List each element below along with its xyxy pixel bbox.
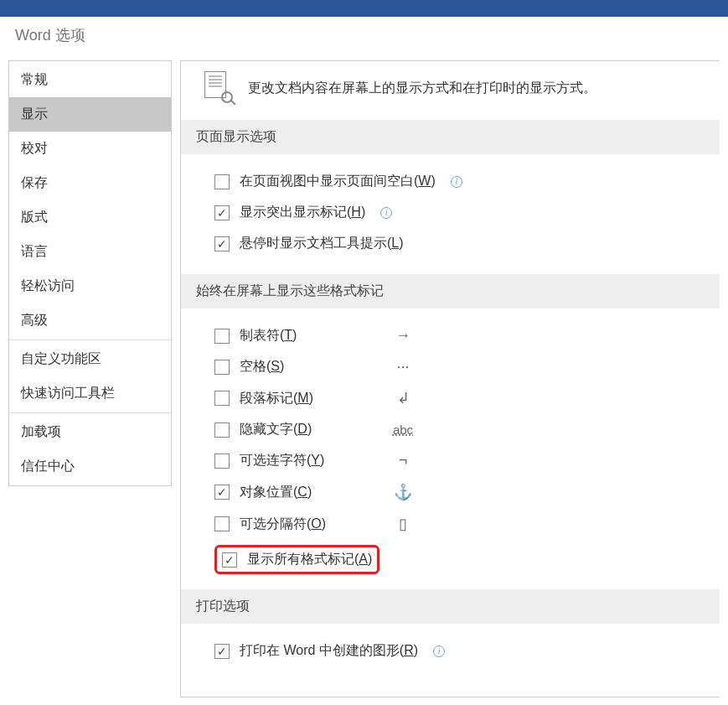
sidebar-item-10[interactable]: 加载项 [9, 415, 171, 449]
format-mark-0-checkbox[interactable] [214, 329, 230, 344]
show-all-marks-highlight: ✓显示所有格式标记(A) [214, 545, 379, 574]
sidebar-item-7[interactable]: 高级 [9, 303, 171, 338]
sidebar-item-6[interactable]: 轻松访问 [9, 269, 171, 303]
page-display-1-label: 显示突出显示标记(H) [240, 204, 365, 221]
options-sidebar: 常规显示校对保存版式语言轻松访问高级自定义功能区快速访问工具栏加载项信任中心 [8, 60, 172, 486]
format-mark-option: 隐藏文字(D)abc [214, 414, 694, 445]
sidebar-item-4[interactable]: 版式 [9, 200, 171, 235]
format-mark-3-label: 隐藏文字(D) [240, 421, 390, 438]
section-header-print: 打印选项 [181, 589, 720, 624]
format-mark-2-label: 段落标记(M) [240, 390, 390, 407]
print-0-label: 打印在 Word 中创建的图形(R) [240, 642, 418, 660]
info-icon[interactable]: i [380, 207, 392, 219]
format-mark-1-checkbox[interactable] [214, 360, 230, 375]
format-mark-5-label: 对象位置(C) [240, 484, 390, 501]
sidebar-separator [9, 412, 171, 413]
sidebar-item-1[interactable]: 显示 [9, 97, 171, 132]
info-icon[interactable]: i [433, 645, 445, 657]
page-display-0-checkbox[interactable] [214, 174, 230, 189]
format-mark-symbol: ¬ [390, 452, 416, 469]
format-mark-option: 空格(S)··· [214, 351, 694, 382]
format-mark-symbol: ⚓ [390, 483, 416, 501]
print-option: ✓打印在 Word 中创建的图形(R)i [214, 635, 694, 666]
format-mark-4-checkbox[interactable] [214, 454, 230, 469]
format-mark-4-label: 可选连字符(Y) [240, 452, 390, 469]
page-display-option: 在页面视图中显示页面间空白(W)i [214, 166, 694, 197]
section-header-page-display: 页面显示选项 [181, 120, 720, 154]
format-mark-1-label: 空格(S) [240, 358, 390, 376]
sidebar-item-9[interactable]: 快速访问工具栏 [9, 376, 171, 411]
page-display-2-label: 悬停时显示文档工具提示(L) [240, 235, 404, 252]
format-mark-symbol: abc [390, 422, 416, 437]
sidebar-item-11[interactable]: 信任中心 [9, 449, 171, 484]
print-0-checkbox[interactable]: ✓ [214, 644, 230, 659]
format-mark-symbol: → [390, 327, 416, 345]
show-all-marks-checkbox[interactable]: ✓ [222, 552, 237, 568]
page-display-0-label: 在页面视图中显示页面间空白(W) [240, 173, 436, 190]
format-mark-option: 可选分隔符(O)▯ [214, 508, 694, 540]
document-preview-icon [201, 71, 235, 105]
options-content: 更改文档内容在屏幕上的显示方式和在打印时的显示方式。 页面显示选项 在页面视图中… [180, 60, 720, 697]
page-display-2-checkbox[interactable]: ✓ [214, 236, 230, 251]
section-header-format-marks: 始终在屏幕上显示这些格式标记 [181, 274, 720, 308]
info-icon[interactable]: i [451, 176, 462, 188]
page-display-option: ✓悬停时显示文档工具提示(L) [214, 228, 694, 259]
dialog-title: Word 选项 [0, 17, 728, 60]
format-mark-3-checkbox[interactable] [214, 422, 230, 438]
sidebar-item-3[interactable]: 保存 [9, 166, 171, 200]
format-mark-option: ✓对象位置(C)⚓ [214, 476, 694, 508]
sidebar-item-5[interactable]: 语言 [9, 235, 171, 269]
format-mark-symbol: ▯ [390, 515, 416, 533]
format-mark-option: 可选连字符(Y)¬ [214, 445, 694, 476]
page-display-1-checkbox[interactable]: ✓ [214, 205, 230, 220]
section-description: 更改文档内容在屏幕上的显示方式和在打印时的显示方式。 [248, 80, 596, 97]
format-mark-symbol: ↲ [390, 389, 416, 407]
page-display-option: ✓显示突出显示标记(H)i [214, 197, 694, 228]
show-all-marks-label: 显示所有格式标记(A) [247, 551, 372, 568]
sidebar-item-8[interactable]: 自定义功能区 [9, 342, 171, 376]
sidebar-separator [9, 340, 171, 340]
format-mark-0-label: 制表符(T) [240, 327, 390, 345]
format-mark-6-checkbox[interactable] [214, 516, 230, 531]
format-mark-symbol: ··· [390, 358, 416, 376]
sidebar-item-0[interactable]: 常规 [9, 63, 171, 97]
format-mark-option: 制表符(T)→ [214, 320, 694, 351]
format-mark-5-checkbox[interactable]: ✓ [214, 485, 230, 500]
sidebar-item-2[interactable]: 校对 [9, 132, 171, 166]
title-bar [0, 0, 728, 17]
format-mark-option: 段落标记(M)↲ [214, 382, 694, 414]
format-mark-2-checkbox[interactable] [214, 391, 230, 406]
format-mark-6-label: 可选分隔符(O) [240, 516, 390, 533]
